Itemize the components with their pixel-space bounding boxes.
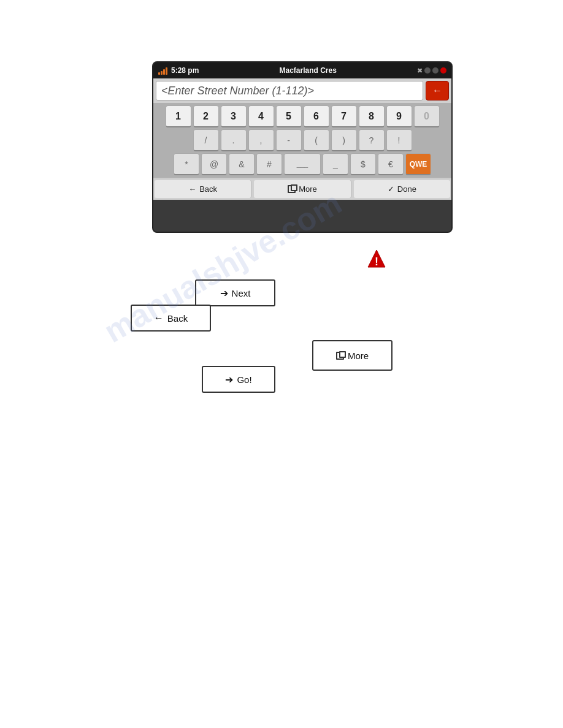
key-exclaim[interactable]: ! [386, 129, 412, 151]
signal-bars [158, 66, 167, 75]
key-8[interactable]: 8 [359, 105, 385, 127]
bottom-bar: ← Back More ✓ Done [153, 178, 451, 200]
keyboard: 1 2 3 4 5 6 7 8 9 0 / . , - ( ) ? ! * @ … [153, 103, 451, 178]
street-number-input[interactable]: <Enter Street Number (1-112)> [156, 81, 423, 100]
back-arrow-icon: ← [154, 313, 164, 324]
more-copy-icon [288, 185, 296, 193]
key-euro[interactable]: € [378, 153, 404, 175]
key-comma[interactable]: , [248, 129, 274, 151]
done-label: Done [397, 184, 416, 194]
key-slash[interactable]: / [193, 129, 219, 151]
key-6[interactable]: 6 [304, 105, 329, 127]
status-time: 5:28 pm [171, 66, 199, 75]
more-label: More [299, 184, 317, 194]
key-asterisk[interactable]: * [174, 153, 199, 175]
more-float-icon [336, 352, 344, 360]
back-label: Back [199, 184, 217, 194]
status-title: Macfarland Cres [279, 66, 336, 75]
key-dollar[interactable]: $ [350, 153, 376, 175]
done-button[interactable]: ✓ Done [354, 180, 450, 198]
status-dot-dark [424, 67, 431, 74]
status-dot-red [440, 67, 446, 74]
key-close-paren[interactable]: ) [331, 129, 357, 151]
status-bar: 5:28 pm Macfarland Cres ✖ [153, 63, 451, 78]
next-button[interactable]: ➔ Next [195, 279, 275, 306]
key-7[interactable]: 7 [331, 105, 357, 127]
symbol-row1: / . , - ( ) ? ! [156, 129, 449, 151]
nav-icon: ✖ [417, 67, 423, 75]
back-button[interactable]: ← Back [155, 180, 251, 198]
key-open-paren[interactable]: ( [304, 129, 329, 151]
key-qwe[interactable]: QWE [405, 153, 431, 175]
signal-bar-4 [166, 67, 167, 75]
back-arrow-icon: ← [188, 184, 196, 194]
key-hash[interactable]: # [256, 153, 282, 175]
symbol-row2: * @ & # ___ _ $ € QWE [156, 153, 449, 175]
key-question[interactable]: ? [359, 129, 385, 151]
key-3[interactable]: 3 [221, 105, 247, 127]
alert-icon: ! [367, 249, 386, 274]
more-float-label: More [348, 351, 369, 361]
go-label: Go! [237, 374, 251, 385]
signal-bar-2 [161, 71, 163, 75]
status-right: ✖ [417, 67, 446, 75]
key-ampersand[interactable]: & [229, 153, 255, 175]
more-float-button[interactable]: More [312, 340, 393, 371]
next-arrow-icon: ➔ [220, 287, 228, 299]
key-underscore[interactable]: _ [323, 153, 348, 175]
device-shell: 5:28 pm Macfarland Cres ✖ <Enter Street … [152, 61, 453, 233]
signal-bar-1 [158, 72, 160, 75]
svg-text:!: ! [375, 256, 378, 268]
key-4[interactable]: 4 [248, 105, 274, 127]
more-button[interactable]: More [254, 180, 351, 198]
back-float-button[interactable]: ← Back [131, 305, 211, 332]
signal-bar-3 [163, 69, 165, 75]
back-float-label: Back [167, 313, 188, 324]
key-9[interactable]: 9 [386, 105, 412, 127]
go-arrow-icon: ➔ [225, 374, 233, 385]
next-label: Next [232, 288, 251, 298]
status-dot-dark2 [432, 67, 439, 74]
key-at[interactable]: @ [201, 153, 227, 175]
key-0[interactable]: 0 [414, 105, 440, 127]
done-check-icon: ✓ [388, 184, 394, 194]
key-1[interactable]: 1 [166, 105, 191, 127]
key-5[interactable]: 5 [276, 105, 302, 127]
input-row: <Enter Street Number (1-112)> ← [153, 78, 451, 103]
backspace-button[interactable]: ← [426, 81, 449, 100]
digit-row: 1 2 3 4 5 6 7 8 9 0 [156, 105, 449, 127]
status-bar-left: 5:28 pm [158, 66, 199, 75]
go-button[interactable]: ➔ Go! [202, 366, 275, 393]
key-period[interactable]: . [221, 129, 247, 151]
key-2[interactable]: 2 [193, 105, 219, 127]
key-dash[interactable]: - [276, 129, 302, 151]
key-underscore-wide[interactable]: ___ [284, 153, 321, 175]
